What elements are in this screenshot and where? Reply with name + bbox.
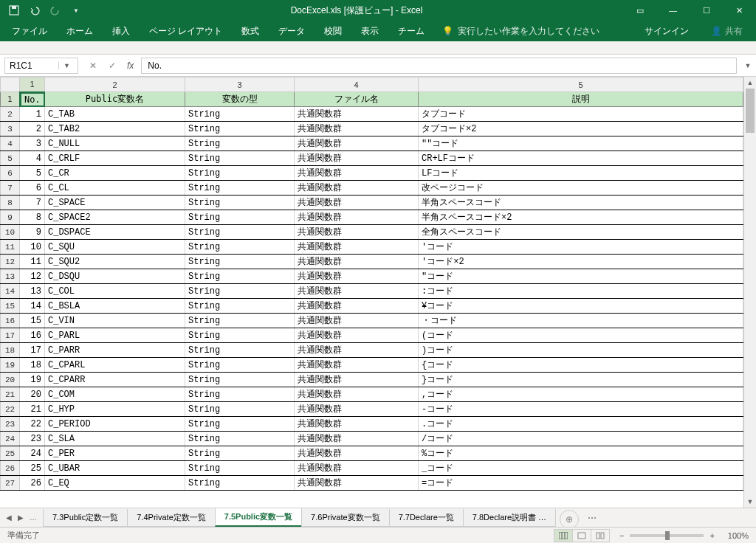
- zoom-slider-handle[interactable]: [665, 531, 670, 540]
- cell[interactable]: String: [185, 343, 295, 358]
- tell-me-search[interactable]: 💡実行したい作業を入力してください: [435, 21, 607, 41]
- row-header[interactable]: 22: [1, 402, 20, 417]
- column-header[interactable]: 2: [45, 77, 185, 92]
- cell[interactable]: 共通関数群: [295, 476, 419, 491]
- ribbon-tab-4[interactable]: 数式: [233, 21, 268, 41]
- row-header[interactable]: 27: [1, 476, 20, 491]
- cell[interactable]: String: [185, 299, 295, 314]
- cell[interactable]: String: [185, 107, 295, 122]
- minimize-button[interactable]: —: [656, 0, 690, 21]
- cell[interactable]: 共通関数群: [295, 255, 419, 269]
- cell[interactable]: C_COL: [45, 284, 185, 299]
- cell[interactable]: C_UBAR: [45, 461, 185, 476]
- row-header[interactable]: 26: [1, 461, 20, 476]
- cell[interactable]: 共通関数群: [295, 166, 419, 181]
- cell[interactable]: C_SPACE: [45, 196, 185, 210]
- sheet-tab[interactable]: 7.4Private定数一覧: [127, 509, 216, 527]
- cell[interactable]: 14: [20, 299, 45, 314]
- ribbon-tab-0[interactable]: ファイル: [3, 21, 56, 41]
- row-header[interactable]: 23: [1, 417, 20, 432]
- view-page-break-button[interactable]: [591, 529, 610, 542]
- ribbon-tab-1[interactable]: ホーム: [58, 21, 102, 41]
- cell[interactable]: :コード: [419, 284, 743, 299]
- cell[interactable]: ・コード: [419, 314, 743, 328]
- cell[interactable]: String: [185, 181, 295, 196]
- cell[interactable]: 共通関数群: [295, 328, 419, 343]
- sheet-tabs-overflow-icon[interactable]: ⋯: [583, 508, 601, 527]
- cell[interactable]: タブコード: [419, 107, 743, 122]
- cell[interactable]: 7: [20, 196, 45, 210]
- column-header[interactable]: 5: [419, 77, 743, 92]
- row-header[interactable]: 8: [1, 196, 20, 210]
- cell[interactable]: 9: [20, 225, 45, 240]
- cell[interactable]: 共通関数群: [295, 284, 419, 299]
- cell[interactable]: 4: [20, 151, 45, 166]
- cell[interactable]: C_SQU: [45, 240, 185, 255]
- ribbon-tab-3[interactable]: ページ レイアウト: [140, 21, 231, 41]
- cell[interactable]: String: [185, 136, 295, 151]
- sheet-tab[interactable]: 7.6Private変数一覧: [301, 509, 390, 527]
- sheet-tab[interactable]: 7.7Declare一覧: [389, 509, 464, 527]
- sheet-nav-more-icon[interactable]: …: [30, 513, 37, 522]
- worksheet-grid[interactable]: 12345 1No.Public変数名変数の型ファイル名説明21C_TABStr…: [0, 77, 756, 508]
- cell[interactable]: C_EQ: [45, 476, 185, 491]
- cell[interactable]: String: [185, 402, 295, 417]
- cell[interactable]: String: [185, 196, 295, 210]
- row-header[interactable]: 11: [1, 240, 20, 255]
- column-header[interactable]: 3: [185, 77, 295, 92]
- row-header[interactable]: 13: [1, 269, 20, 284]
- cell[interactable]: 共通関数群: [295, 402, 419, 417]
- ribbon-tab-2[interactable]: 挿入: [103, 21, 139, 41]
- cell[interactable]: 共通関数群: [295, 343, 419, 358]
- save-button[interactable]: [4, 1, 24, 19]
- cell[interactable]: String: [185, 417, 295, 432]
- row-header[interactable]: 14: [1, 284, 20, 299]
- cell[interactable]: C_TAB2: [45, 122, 185, 136]
- cell[interactable]: }コード: [419, 373, 743, 387]
- row-header[interactable]: 18: [1, 343, 20, 358]
- cell[interactable]: 26: [20, 476, 45, 491]
- cell[interactable]: 共通関数群: [295, 461, 419, 476]
- cell[interactable]: C_SQU2: [45, 255, 185, 269]
- cell[interactable]: 3: [20, 136, 45, 151]
- name-box[interactable]: ▼: [4, 58, 78, 74]
- cell[interactable]: C_HYP: [45, 402, 185, 417]
- row-header[interactable]: 1: [1, 92, 20, 107]
- cell[interactable]: タブコード×2: [419, 122, 743, 136]
- sheet-tab[interactable]: 7.5Public変数一覧: [215, 508, 302, 527]
- view-page-layout-button[interactable]: [572, 529, 591, 542]
- sign-in-link[interactable]: サインイン: [634, 21, 699, 41]
- cell[interactable]: ,コード: [419, 387, 743, 402]
- scroll-thumb[interactable]: [746, 89, 755, 133]
- cell[interactable]: String: [185, 284, 295, 299]
- row-header[interactable]: 10: [1, 225, 20, 240]
- cell[interactable]: 共通関数群: [295, 358, 419, 373]
- cell[interactable]: C_TAB: [45, 107, 185, 122]
- table-header-cell[interactable]: 変数の型: [185, 92, 295, 107]
- cell[interactable]: C_PERIOD: [45, 417, 185, 432]
- row-header[interactable]: 3: [1, 122, 20, 136]
- row-header[interactable]: 16: [1, 314, 20, 328]
- cell[interactable]: 25: [20, 461, 45, 476]
- table-header-cell[interactable]: Public変数名: [45, 92, 185, 107]
- cell[interactable]: 全角スペースコード: [419, 225, 743, 240]
- cell[interactable]: String: [185, 432, 295, 446]
- cancel-formula-button[interactable]: ✕: [84, 58, 102, 74]
- cell[interactable]: (コード: [419, 328, 743, 343]
- row-header[interactable]: 20: [1, 373, 20, 387]
- row-header[interactable]: 4: [1, 136, 20, 151]
- row-header[interactable]: 24: [1, 432, 20, 446]
- row-header[interactable]: 15: [1, 299, 20, 314]
- cell[interactable]: 13: [20, 284, 45, 299]
- zoom-out-button[interactable]: −: [619, 531, 624, 540]
- cell[interactable]: 19: [20, 373, 45, 387]
- cell[interactable]: 16: [20, 328, 45, 343]
- cell[interactable]: -コード: [419, 402, 743, 417]
- cell[interactable]: 共通関数群: [295, 122, 419, 136]
- cell[interactable]: 8: [20, 210, 45, 225]
- table-header-cell[interactable]: 説明: [419, 92, 743, 107]
- cell[interactable]: 6: [20, 181, 45, 196]
- cell[interactable]: C_VIN: [45, 314, 185, 328]
- cell[interactable]: C_CL: [45, 181, 185, 196]
- cell[interactable]: CR+LFコード: [419, 151, 743, 166]
